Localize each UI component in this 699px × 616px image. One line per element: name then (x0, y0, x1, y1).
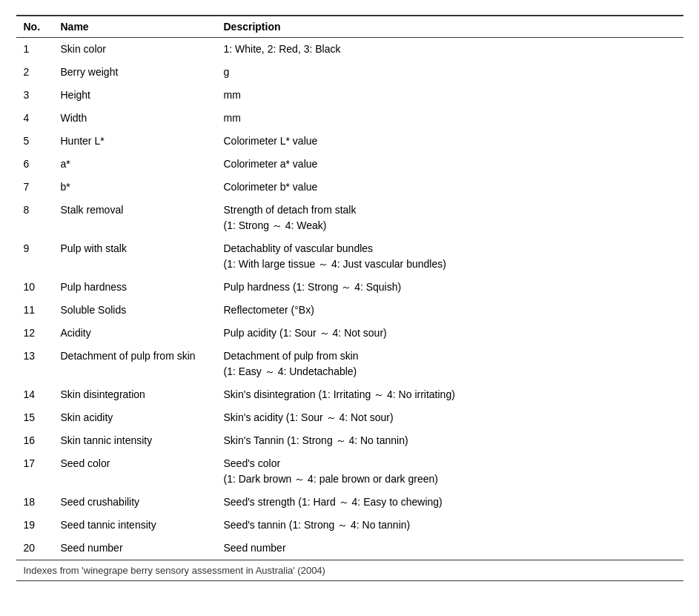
cell-no: 13 (16, 345, 53, 383)
cell-no: 15 (16, 406, 53, 429)
table-row: 13Detachment of pulp from skinDetachment… (16, 345, 683, 383)
cell-no: 4 (16, 107, 53, 130)
cell-name: a* (53, 153, 216, 176)
cell-name: Hunter L* (53, 130, 216, 153)
table-row: 11Soluble SolidsReflectometer (°Bx) (16, 299, 683, 322)
table-row: 9Pulp with stalkDetachablity of vascular… (16, 237, 683, 276)
cell-description: Pulp hardness (1: Strong ～ 4: Squish) (216, 276, 683, 299)
cell-no: 7 (16, 176, 53, 199)
cell-description: Skin's acidity (1: Sour ～ 4: Not sour) (216, 406, 683, 429)
cell-name: Berry weight (53, 61, 216, 84)
header-name: Name (53, 16, 216, 38)
cell-name: Seed crushability (53, 491, 216, 514)
table-row: 6a*Colorimeter a* value (16, 153, 683, 176)
cell-name: Acidity (53, 322, 216, 345)
cell-name: Detachment of pulp from skin (53, 345, 216, 383)
table-row: 8Stalk removalStrength of detach from st… (16, 199, 683, 237)
cell-description: g (216, 61, 683, 84)
table-row: 16Skin tannic intensitySkin's Tannin (1:… (16, 429, 683, 452)
cell-no: 19 (16, 514, 53, 537)
table-row: 7b*Colorimeter b* value (16, 176, 683, 199)
cell-description: Skin's Tannin (1: Strong ～ 4: No tannin) (216, 429, 683, 452)
table-row: 20Seed numberSeed number (16, 537, 683, 560)
cell-name: Skin acidity (53, 406, 216, 429)
cell-description: Strength of detach from stalk(1: Strong … (216, 199, 683, 237)
cell-no: 17 (16, 452, 53, 491)
table-row: 10Pulp hardnessPulp hardness (1: Strong … (16, 276, 683, 299)
cell-name: Skin disintegration (53, 383, 216, 406)
cell-description: mm (216, 107, 683, 130)
table-row: 1Skin color1: White, 2: Red, 3: Black (16, 38, 683, 62)
cell-name: Skin tannic intensity (53, 429, 216, 452)
cell-description: Seed's color(1: Dark brown ～ 4: pale bro… (216, 452, 683, 491)
cell-name: Pulp hardness (53, 276, 216, 299)
cell-description: Reflectometer (°Bx) (216, 299, 683, 322)
cell-no: 20 (16, 537, 53, 560)
cell-no: 14 (16, 383, 53, 406)
cell-no: 8 (16, 199, 53, 237)
cell-name: Skin color (53, 38, 216, 62)
cell-no: 12 (16, 322, 53, 345)
table-row: 19Seed tannic intensitySeed's tannin (1:… (16, 514, 683, 537)
cell-no: 9 (16, 237, 53, 276)
cell-no: 2 (16, 61, 53, 84)
cell-name: Width (53, 107, 216, 130)
cell-description: 1: White, 2: Red, 3: Black (216, 38, 683, 62)
table-row: 15Skin aciditySkin's acidity (1: Sour ～ … (16, 406, 683, 429)
cell-no: 16 (16, 429, 53, 452)
cell-name: Stalk removal (53, 199, 216, 237)
cell-no: 18 (16, 491, 53, 514)
header-no: No. (16, 16, 53, 38)
table-row: 5Hunter L*Colorimeter L* value (16, 130, 683, 153)
cell-no: 1 (16, 38, 53, 62)
cell-no: 11 (16, 299, 53, 322)
cell-no: 6 (16, 153, 53, 176)
cell-description: Detachment of pulp from skin(1: Easy ～ 4… (216, 345, 683, 383)
cell-name: Seed color (53, 452, 216, 491)
cell-description: Pulp acidity (1: Sour ～ 4: Not sour) (216, 322, 683, 345)
cell-name: Seed number (53, 537, 216, 560)
cell-description: Seed's tannin (1: Strong ～ 4: No tannin) (216, 514, 683, 537)
header-description: Description (216, 16, 683, 38)
cell-name: Seed tannic intensity (53, 514, 216, 537)
table-row: 4Widthmm (16, 107, 683, 130)
cell-description: Colorimeter a* value (216, 153, 683, 176)
cell-name: Pulp with stalk (53, 237, 216, 276)
cell-description: Seed number (216, 537, 683, 560)
cell-description: Detachablity of vascular bundles(1: With… (216, 237, 683, 276)
cell-description: mm (216, 84, 683, 107)
cell-name: Height (53, 84, 216, 107)
table-header-row: No. Name Description (16, 16, 683, 38)
table-footer-note: Indexes from 'winegrape berry sensory as… (16, 560, 683, 580)
cell-name: b* (53, 176, 216, 199)
table-row: 3Heightmm (16, 84, 683, 107)
data-table: No. Name Description 1Skin color1: White… (16, 16, 683, 560)
table-row: 17Seed colorSeed's color(1: Dark brown ～… (16, 452, 683, 491)
cell-name: Soluble Solids (53, 299, 216, 322)
cell-no: 3 (16, 84, 53, 107)
cell-no: 5 (16, 130, 53, 153)
cell-no: 10 (16, 276, 53, 299)
table-row: 2Berry weightg (16, 61, 683, 84)
cell-description: Seed's strength (1: Hard ～ 4: Easy to ch… (216, 491, 683, 514)
table-row: 14Skin disintegrationSkin's disintegrati… (16, 383, 683, 406)
main-table-container: No. Name Description 1Skin color1: White… (16, 15, 683, 581)
cell-description: Skin's disintegration (1: Irritating ～ 4… (216, 383, 683, 406)
cell-description: Colorimeter L* value (216, 130, 683, 153)
cell-description: Colorimeter b* value (216, 176, 683, 199)
table-row: 12AcidityPulp acidity (1: Sour ～ 4: Not … (16, 322, 683, 345)
table-row: 18Seed crushabilitySeed's strength (1: H… (16, 491, 683, 514)
